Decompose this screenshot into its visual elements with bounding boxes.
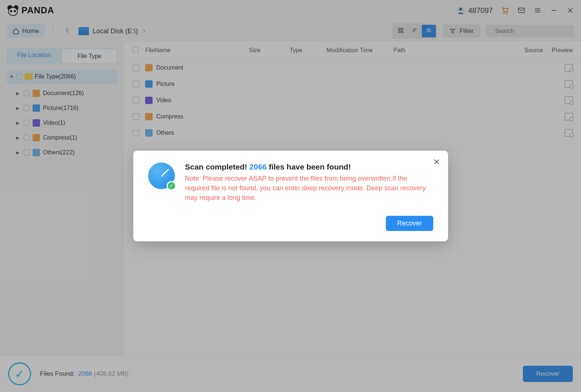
scan-complete-dialog: ✕ ✓ Scan completed! 2066 files have been… bbox=[133, 151, 448, 241]
dialog-close-icon[interactable]: ✕ bbox=[433, 157, 440, 167]
dialog-note: Note: Please recover ASAP to prevent the… bbox=[185, 174, 433, 202]
scan-success-icon: ✓ bbox=[148, 163, 175, 189]
dialog-recover-button[interactable]: Recover bbox=[386, 216, 433, 231]
dialog-title: Scan completed! 2066 files have been fou… bbox=[185, 163, 433, 171]
modal-overlay: ✕ ✓ Scan completed! 2066 files have been… bbox=[0, 0, 581, 392]
